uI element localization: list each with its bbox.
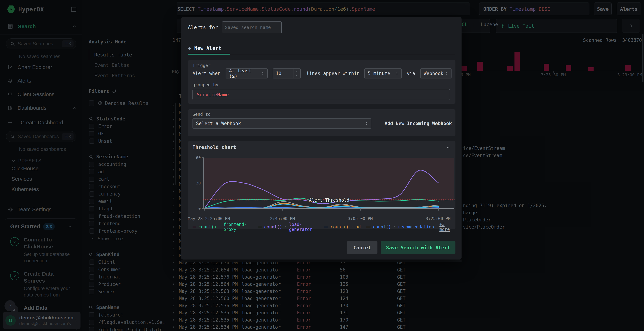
filter-option-oteldemo-productcatalo[interactable]: /oteldemo.ProductCatalo… [89,326,177,331]
lucene-toggle[interactable]: Lucene [481,22,498,27]
preset-clickhouse[interactable]: ClickHouse [0,163,82,174]
expand-chevron-icon[interactable] [172,103,179,107]
filter-option-producer[interactable]: Producer [89,281,177,288]
language-toggle[interactable]: SQL | Lucene [459,22,498,27]
expand-chevron-icon[interactable] [172,175,179,179]
filter-checkbox[interactable] [89,191,94,197]
search-icon[interactable] [89,252,93,257]
filter-option-fraud-detection[interactable]: fraud-detection [89,213,177,220]
filter-option-server[interactable]: Server [89,288,177,296]
expand-chevron-icon[interactable] [172,132,179,136]
table-row[interactable]: May 28 3:25:12.534 PMload-generatorError… [170,324,644,331]
filter-checkbox[interactable] [89,260,94,265]
expand-chevron-icon[interactable] [172,204,179,208]
expand-chevron-icon[interactable] [172,297,179,301]
saved-search-name-input[interactable]: Saved search name [222,21,282,33]
expand-chevron-icon[interactable] [172,154,179,157]
filter-option-closure[interactable]: {closure} [89,311,177,319]
expand-chevron-icon[interactable] [172,289,179,293]
expand-chevron-icon[interactable] [172,232,179,236]
collapse-chart-icon[interactable] [446,145,451,150]
filter-option-currency[interactable]: currency [89,190,177,198]
expand-chevron-icon[interactable] [172,261,179,265]
filter-checkbox[interactable] [89,214,94,219]
filter-option-consumer[interactable]: Consumer [89,266,177,273]
filter-checkbox[interactable] [89,320,94,325]
filter-option-checkout[interactable]: checkout [89,183,177,190]
legend-item-frontend-proxy[interactable]: count()·frontend-proxy [192,222,253,232]
filter-option-ad[interactable]: ad [89,168,177,176]
saved-dashboards-input[interactable]: Saved Dashboards ⌘K [6,131,76,142]
expand-chevron-icon[interactable] [172,304,179,308]
expand-chevron-icon[interactable] [172,247,179,250]
chevron-up-icon[interactable] [68,224,72,229]
filter-checkbox[interactable] [89,177,94,182]
expand-chevron-icon[interactable] [172,325,179,329]
expand-chevron-icon[interactable] [172,125,179,129]
sidebar-item-search[interactable]: Search [0,18,82,34]
filter-checkbox[interactable] [89,124,94,129]
create-dashboard-button[interactable]: Create Dashboard [0,116,82,129]
filter-checkbox[interactable] [89,169,94,174]
filter-option-flagd[interactable]: flagd [89,205,177,213]
expand-chevron-icon[interactable] [172,118,179,122]
interval-select[interactable]: 5 minute [364,68,402,78]
legend-item-load-generator[interactable]: count()·load-generator [258,222,318,232]
grouped-by-input[interactable]: ServiceName [192,89,450,100]
expand-chevron-icon[interactable] [172,161,179,165]
expand-chevron-icon[interactable] [172,182,179,186]
expand-chevron-icon[interactable] [172,111,179,115]
denoise-checkbox[interactable] [89,100,94,106]
number-stepper[interactable] [294,69,300,78]
expand-chevron-icon[interactable] [172,225,179,229]
legend-item-recommendation[interactable]: count()·recommendation [366,225,434,230]
tab-new-alert[interactable]: + New Alert [188,43,230,53]
expand-chevron-icon[interactable] [172,282,179,286]
filter-option-ok[interactable]: Ok [89,130,177,138]
filter-option-internal[interactable]: Internal [89,273,177,281]
analysis-tab-results-table[interactable]: Results Table [89,49,177,60]
filter-checkbox[interactable] [89,228,94,234]
search-icon[interactable] [89,305,93,309]
show-more-button[interactable]: Show more [89,235,177,243]
sidebar-item-client-sessions[interactable]: Client Sessions [0,88,82,101]
filter-option-flagd-evaluation-v1-se[interactable]: /flagd.evaluation.v1.Se… [89,319,177,326]
filter-option-frontend[interactable]: frontend [89,220,177,228]
get-started-step-connect-to-clickhouse[interactable]: Connect to ClickHouseSet up your databas… [10,236,72,264]
expand-chevron-icon[interactable] [172,318,179,322]
expand-chevron-icon[interactable] [172,168,179,172]
expand-chevron-icon[interactable] [172,146,179,150]
legend-item-ad[interactable]: count()·ad [324,225,361,230]
stepper-up-icon[interactable] [294,69,300,73]
table-row[interactable]: May 28 3:25:12.654 PMload-generatorError… [170,266,644,274]
filter-checkbox[interactable] [89,312,94,318]
condition-select[interactable]: At least (≥) [226,68,268,78]
filter-option-error[interactable]: Error [89,123,177,130]
preset-services[interactable]: Services [0,174,82,184]
webhook-select[interactable]: Select a Webhook [192,118,371,129]
expand-chevron-icon[interactable] [172,189,179,193]
filter-checkbox[interactable] [89,184,94,189]
filter-checkbox[interactable] [89,221,94,226]
sidebar-item-alerts[interactable]: Alerts [0,74,82,88]
preset-kubernetes[interactable]: Kubernetes [0,184,82,194]
table-row[interactable]: May 28 3:25:12.535 PMload-generatorError… [170,316,644,324]
table-row[interactable]: May 28 3:25:12.536 PMload-generatorError… [170,302,644,309]
filter-option-cart[interactable]: cart [89,176,177,183]
filter-checkbox[interactable] [89,206,94,211]
expand-chevron-icon[interactable] [172,311,179,315]
filter-checkbox[interactable] [89,289,94,294]
filter-checkbox[interactable] [89,138,94,144]
channel-select[interactable]: Webhook [420,68,452,78]
legend-more-button[interactable]: +3 more [439,222,456,232]
sidebar-item-dashboards[interactable]: Dashboards [0,101,82,115]
save-search-with-alert-button[interactable]: Save Search with Alert [381,241,456,254]
presets-toggle[interactable]: PRESETS [12,158,82,163]
filter-checkbox[interactable] [89,327,94,331]
search-icon[interactable] [89,116,93,121]
threshold-value-input[interactable]: 10 [273,68,301,78]
filter-checkbox[interactable] [89,282,94,287]
filter-checkbox[interactable] [89,274,94,280]
table-row[interactable]: May 28 3:25:12.576 PMload-generatorError… [170,274,644,281]
filter-checkbox[interactable] [89,199,94,204]
